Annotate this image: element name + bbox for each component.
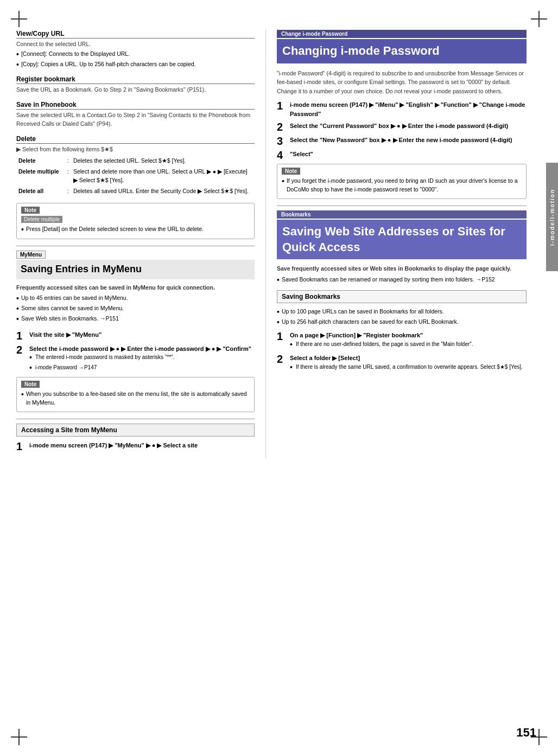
accessing-step-1: 1 i-mode menu screen (P147) ▶ "MyMenu" ▶… [16, 441, 255, 452]
bookmarks-steps: 1 On a page ▶ [Function] ▶ "Register boo… [277, 331, 527, 373]
cp-step-4: 4 "Select" [277, 150, 527, 161]
divider-3 [277, 206, 527, 206]
cp-step-num-3: 3 [277, 136, 287, 146]
save-in-phonebook-title: Save in Phonebook [16, 101, 255, 110]
bm-step-1: 1 On a page ▶ [Function] ▶ "Register boo… [277, 331, 527, 350]
cp-step-3: 3 Select the "New Password" box ▶ ● ▶ En… [277, 136, 527, 146]
saving-bookmarks-title: Saving Bookmarks [282, 293, 340, 300]
cp-note-label: Note [282, 168, 300, 175]
change-password-title: Changing i-mode Password [282, 43, 521, 59]
mymenu-header-box: MyMenu [16, 251, 46, 259]
crosshair-top-left [11, 11, 27, 27]
mymenu-step-2: 2 Select the i-mode password ▶ ● ▶ Enter… [16, 344, 255, 374]
cp-note-box: Note • If you forget the i-mode password… [277, 164, 527, 199]
cp-note-text: If you forget the i-mode password, you n… [287, 177, 522, 194]
saving-bookmarks-subsection: Saving Bookmarks • Up to 100 page URLs c… [277, 290, 527, 327]
note-2-bullet: • When you subscribe to a fee-based site… [21, 390, 250, 407]
saving-bookmarks-bullet-text-0: Up to 100 page URLs can be saved in Book… [282, 307, 444, 316]
note-1-bullet-icon: • [21, 225, 24, 234]
mymenu-bullet-icon-1: • [16, 304, 19, 313]
accessing-header-box: Accessing a Site from MyMenu [16, 424, 255, 437]
mymenu-bullet-1: • Some sites cannot be saved in MyMenu. [16, 304, 255, 313]
saving-bookmarks-bullet-1: • Up to 256 half-pitch characters can be… [277, 318, 527, 327]
bullet-copy: • [Copy]: Copies a URL. Up to 256 half-p… [16, 60, 255, 69]
mymenu-bullet-0: • Up to 45 entries can be saved in MyMen… [16, 294, 255, 303]
delete-section: Delete ▶ Select from the following items… [16, 135, 255, 197]
bookmarks-bullet-icon-0: • [277, 276, 280, 285]
delete-arrow-icon: ▶ [16, 146, 21, 152]
cp-note-bullet: • If you forget the i-mode password, you… [282, 177, 522, 194]
note-2-bullet-icon: • [21, 390, 24, 399]
register-bookmark-body: Save the URL as a Bookmark. Go to Step 2… [16, 86, 255, 94]
mymenu-step-2-sub-icon-1: • [29, 363, 32, 373]
bookmarks-body: Save frequently accessed sites or Web si… [277, 265, 527, 273]
mymenu-bullet-2: • Save Web sites in Bookmarks. →P151 [16, 315, 255, 324]
note-1-bullet: • Press [Detail] on the Delete selected … [21, 225, 250, 234]
bm-step-1-sub-icon-0: • [290, 340, 293, 349]
step-num-1: 1 [16, 330, 26, 341]
side-tab-label: i-mode/i-motion [549, 189, 555, 246]
note-label-2: Note [21, 381, 40, 388]
bookmarks-title: Saving Web Site Addresses or Sites for Q… [282, 224, 521, 255]
accessing-section: Accessing a Site from MyMenu 1 i-mode me… [16, 424, 255, 452]
cp-note-bullet-icon: • [282, 177, 284, 186]
table-row: Delete : Deletes the selected URL. Selec… [16, 156, 255, 166]
bm-step-2-sub-0: • If there is already the same URL saved… [290, 363, 527, 372]
table-row: Delete all : Deletes all saved URLs. Ent… [16, 186, 255, 197]
accessing-step-num-1: 1 [16, 441, 26, 452]
bullet-icon-copy: • [16, 60, 19, 69]
delete-sep-1: : [65, 166, 71, 186]
mymenu-step-2-main: Select the i-mode password ▶ ● ▶ Enter t… [29, 345, 251, 352]
left-column: View/Copy URL Connect to the selected UR… [16, 30, 266, 458]
crosshair-bottom-left [11, 729, 27, 745]
bm-step-num-2: 2 [277, 354, 287, 364]
page-container: i-mode/i-motion View/Copy URL Connect to… [0, 0, 558, 756]
bm-step-num-1: 1 [277, 331, 287, 342]
accessing-step-1-main: i-mode menu screen (P147) ▶ "MyMenu" ▶ ●… [29, 442, 198, 449]
bm-step-1-sub-0: • If there are no user-defined folders, … [290, 340, 527, 349]
saving-bookmarks-box: Saving Bookmarks [277, 290, 527, 303]
cp-step-4-main: "Select" [290, 151, 313, 157]
mymenu-step-2-sub-icon-0: • [29, 353, 32, 362]
bookmarks-bullet-text-0: Saved Bookmarks can be renamed or manage… [282, 276, 495, 284]
side-tab: i-mode/i-motion [546, 163, 558, 271]
delete-sep-2: : [65, 186, 71, 197]
cp-step-num-2: 2 [277, 121, 287, 132]
mymenu-body: Frequently accessed sites can be saved i… [16, 284, 255, 292]
delete-multiple-text: Select and delete more than one URL. Sel… [71, 166, 255, 186]
delete-select-label: Select from the following items [22, 146, 99, 152]
register-bookmark-section: Register bookmark Save the URL as a Book… [16, 75, 255, 94]
mymenu-title: Saving Entries in MyMenu [21, 263, 250, 276]
bookmarks-header: Bookmarks [277, 210, 527, 219]
delete-sep-0: : [65, 156, 71, 166]
mymenu-bullet-text-2: Save Web sites in Bookmarks. →P151 [21, 315, 119, 323]
bullet-connect: • [Connect]: Connects to the Displayed U… [16, 50, 255, 59]
divider-2 [16, 419, 255, 419]
change-password-title-box: Changing i-mode Password [277, 39, 527, 63]
mymenu-bullet-icon-0: • [16, 294, 19, 303]
mymenu-bullet-text-0: Up to 45 entries can be saved in MyMenu. [21, 294, 128, 303]
mymenu-section: MyMenu Saving Entries in MyMenu Frequent… [16, 251, 255, 324]
table-row: Delete multiple : Select and delete more… [16, 166, 255, 186]
saving-bookmarks-bullet-0: • Up to 100 page URLs can be saved in Bo… [277, 307, 527, 317]
bullet-icon-connect: • [16, 50, 19, 59]
delete-currency: $★$ [101, 146, 113, 152]
cp-step-2: 2 Select the "Current Password" box ▶ ● … [277, 121, 527, 132]
bookmarks-title-box: Saving Web Site Addresses or Sites for Q… [277, 220, 527, 259]
mymenu-step-1: 1 Visit the site ▶ "MyMenu" [16, 330, 255, 341]
bm-step-2: 2 Select a folder ▶ [Select] • If there … [277, 354, 527, 373]
delete-table: Delete : Deletes the selected URL. Selec… [16, 156, 255, 196]
saving-bookmarks-bullet-icon-0: • [277, 307, 280, 317]
delete-multiple-label: Delete multiple [16, 166, 65, 186]
change-password-body: "i-mode Password" (4-digit) is required … [277, 69, 527, 96]
mymenu-bullet-text-1: Some sites cannot be saved in MyMenu. [21, 304, 124, 313]
cp-step-1-main: i-mode menu screen (P147) ▶ "iMenu" ▶ "E… [290, 101, 525, 117]
view-copy-url-title: View/Copy URL [16, 30, 255, 39]
step-num-2: 2 [16, 344, 26, 355]
mymenu-step-2-sub-text-0: The entered i-mode password is masked by… [35, 353, 175, 361]
bm-step-1-sub-text-0: If there are no user-defined folders, th… [296, 340, 473, 348]
accessing-title: Accessing a Site from MyMenu [21, 426, 117, 434]
bm-step-2-sub-text-0: If there is already the same URL saved, … [296, 363, 523, 371]
save-in-phonebook-section: Save in Phonebook Save the selected URL … [16, 101, 255, 129]
delete-all-text: Deletes all saved URLs. Enter the Securi… [71, 186, 255, 197]
